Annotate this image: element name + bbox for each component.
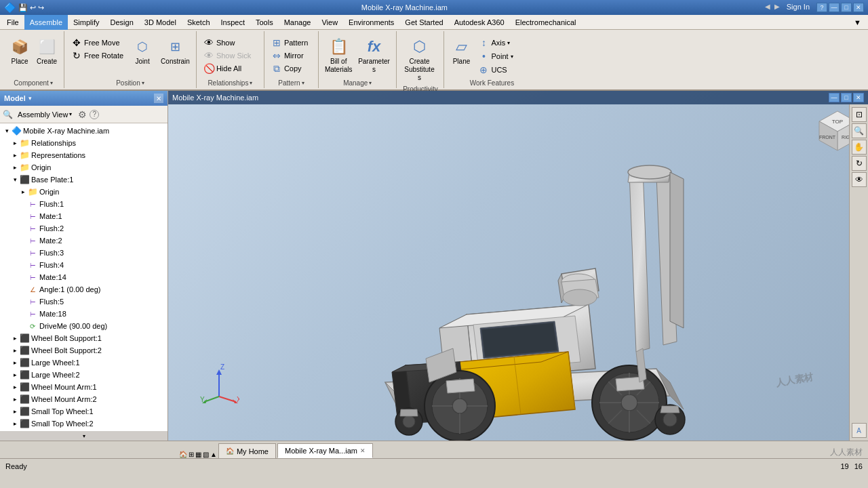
tree-relationships[interactable]: ▸ 📁 Relationships bbox=[0, 137, 167, 149]
tree-mate18[interactable]: ⊢ Mate:18 bbox=[0, 308, 167, 320]
tree-driveme[interactable]: ⟳ DriveMe (90.00 deg) bbox=[0, 320, 167, 332]
zoom-fit-btn[interactable]: ⊡ bbox=[852, 107, 867, 122]
vp-maximize-btn[interactable]: □ bbox=[841, 93, 852, 102]
pattern-group-label[interactable]: Pattern ▾ bbox=[269, 78, 314, 88]
constrain-button[interactable]: ⊞ Constrain bbox=[159, 34, 192, 68]
relationships-expand[interactable]: ▸ bbox=[11, 140, 19, 146]
menu-environments[interactable]: Environments bbox=[343, 15, 399, 30]
menu-getstarted[interactable]: Get Started bbox=[399, 15, 448, 30]
sidebar-close-btn[interactable]: ✕ bbox=[154, 94, 163, 103]
maximize-btn[interactable]: □ bbox=[841, 3, 852, 12]
help-sidebar-icon[interactable]: ? bbox=[90, 110, 99, 119]
menu-view[interactable]: View bbox=[316, 15, 343, 30]
copy-button[interactable]: ⧉ Copy bbox=[269, 62, 311, 75]
small-top-wheel-1-expand[interactable]: ▸ bbox=[11, 408, 19, 415]
component-group-label[interactable]: Component ▾ bbox=[7, 78, 60, 88]
nav-forward[interactable]: ▶ bbox=[774, 3, 780, 12]
free-move-button[interactable]: ✥ Free Move bbox=[68, 37, 126, 49]
tree-representations[interactable]: ▸ 📁 Representations bbox=[0, 149, 167, 161]
menu-electromechanical[interactable]: Electromechanical bbox=[510, 15, 582, 30]
minimize-btn[interactable]: — bbox=[829, 3, 840, 12]
menu-more[interactable]: ▼ bbox=[848, 15, 867, 30]
position-group-label[interactable]: Position ▾ bbox=[68, 78, 192, 88]
menu-file[interactable]: File bbox=[1, 15, 24, 30]
origin-expand[interactable]: ▸ bbox=[11, 164, 19, 171]
tree-mate2[interactable]: ⊢ Mate:2 bbox=[0, 235, 167, 247]
tree-large-wheel-2[interactable]: ▸ ⬛ Large Wheel:2 bbox=[0, 369, 167, 381]
viewport[interactable]: Mobile X-ray Machine.iam — □ ✕ bbox=[168, 91, 868, 441]
large-wheel-1-expand[interactable]: ▸ bbox=[11, 359, 19, 366]
small-top-wheel-2-expand[interactable]: ▸ bbox=[11, 420, 19, 427]
wheel-bolt-2-expand[interactable]: ▸ bbox=[11, 347, 19, 354]
create-button[interactable]: ⬜ Create bbox=[34, 34, 60, 68]
tree-root[interactable]: ▾ 🔷 Mobile X-ray Machine.iam bbox=[0, 125, 167, 137]
zoom-all-btn[interactable]: 🔍 bbox=[852, 123, 867, 138]
pattern-button[interactable]: ⊞ Pattern bbox=[269, 37, 311, 49]
tree-flush1[interactable]: ⊢ Flush:1 bbox=[0, 198, 167, 210]
place-button[interactable]: 📦 Place bbox=[7, 34, 33, 68]
menu-design[interactable]: Design bbox=[105, 15, 139, 30]
root-expand[interactable]: ▾ bbox=[3, 127, 11, 134]
orbit-btn[interactable]: ↻ bbox=[852, 156, 867, 171]
wheel-mount-arm-2-expand[interactable]: ▸ bbox=[11, 396, 19, 403]
show-button[interactable]: 👁 Show bbox=[201, 37, 254, 49]
base-plate-expand[interactable]: ▾ bbox=[11, 176, 19, 183]
vp-close-btn[interactable]: ✕ bbox=[853, 93, 864, 102]
help-btn[interactable]: ? bbox=[816, 3, 827, 12]
joint-button[interactable]: ⬡ Joint bbox=[129, 34, 156, 68]
tree-mate14[interactable]: ⊢ Mate:14 bbox=[0, 271, 167, 283]
tree-wheel-bolt-1[interactable]: ▸ ⬛ Wheel Bolt Support:1 bbox=[0, 332, 167, 344]
free-rotate-button[interactable]: ↻ Free Rotate bbox=[68, 49, 126, 62]
wheel-mount-arm-1-expand[interactable]: ▸ bbox=[11, 384, 19, 390]
assembly-view-dropdown[interactable]: ▾ bbox=[69, 111, 72, 117]
point-button[interactable]: • Point ▾ bbox=[475, 50, 515, 62]
tab-close-btn[interactable]: ✕ bbox=[360, 447, 366, 454]
menu-inspect[interactable]: Inspect bbox=[216, 15, 250, 30]
tree-flush4[interactable]: ⊢ Flush:4 bbox=[0, 259, 167, 271]
model-dropdown-arrow[interactable]: ▾ bbox=[28, 95, 32, 102]
menu-3dmodel[interactable]: 3D Model bbox=[139, 15, 182, 30]
sign-in-btn[interactable]: Sign In bbox=[787, 3, 810, 12]
tree-small-top-wheel-1[interactable]: ▸ ⬛ Small Top Wheel:1 bbox=[0, 405, 167, 418]
axis-dropdown[interactable]: ▾ bbox=[507, 40, 510, 46]
menu-tools[interactable]: Tools bbox=[250, 15, 279, 30]
menu-manage[interactable]: Manage bbox=[279, 15, 317, 30]
vp-minimize-btn[interactable]: — bbox=[829, 93, 840, 102]
create-substitutes-button[interactable]: ⬡ CreateSubstitutes bbox=[401, 34, 437, 84]
mirror-button[interactable]: ⇔ Mirror bbox=[269, 49, 311, 62]
ucs-button[interactable]: ⊕ UCS bbox=[475, 64, 515, 76]
nav-back[interactable]: ◀ bbox=[765, 3, 770, 12]
autodesk-logo-btn[interactable]: A bbox=[852, 423, 867, 438]
tab-my-home[interactable]: 🏠 My Home bbox=[218, 443, 276, 458]
tree-small-top-wheel-2[interactable]: ▸ ⬛ Small Top Wheel:2 bbox=[0, 418, 167, 430]
manage-group-label[interactable]: Manage ▾ bbox=[323, 78, 393, 88]
menu-sketch[interactable]: Sketch bbox=[182, 15, 216, 30]
tab-xray-machine[interactable]: Mobile X-ray Ma...iam ✕ bbox=[277, 443, 373, 458]
settings-icon[interactable]: ⚙ bbox=[78, 109, 87, 120]
relationships-group-label[interactable]: Relationships ▾ bbox=[201, 78, 260, 88]
point-dropdown[interactable]: ▾ bbox=[511, 54, 513, 60]
menu-autodesk[interactable]: Autodesk A360 bbox=[449, 15, 510, 30]
close-btn[interactable]: ✕ bbox=[853, 3, 864, 12]
tree-origin-sub[interactable]: ▸ 📁 Origin bbox=[0, 186, 167, 198]
sidebar-scroll-down[interactable]: ▾ bbox=[0, 431, 167, 441]
tree-large-wheel-1[interactable]: ▸ ⬛ Large Wheel:1 bbox=[0, 357, 167, 369]
bill-of-materials-button[interactable]: 📋 Bill ofMaterials bbox=[323, 34, 355, 76]
tree-base-plate[interactable]: ▾ ⬛ Base Plate:1 bbox=[0, 174, 167, 186]
tree-flush2[interactable]: ⊢ Flush:2 bbox=[0, 222, 167, 235]
show-sick-button[interactable]: 👁 Show Sick bbox=[201, 49, 254, 62]
axis-button[interactable]: ↕ Axis ▾ bbox=[475, 37, 515, 49]
origin-sub-expand[interactable]: ▸ bbox=[19, 188, 27, 195]
look-at-btn[interactable]: 👁 bbox=[852, 172, 867, 187]
large-wheel-2-expand[interactable]: ▸ bbox=[11, 371, 19, 378]
tree-wheel-mount-arm-2[interactable]: ▸ ⬛ Wheel Mount Arm:2 bbox=[0, 393, 167, 405]
tree-wheel-mount-arm-1[interactable]: ▸ ⬛ Wheel Mount Arm:1 bbox=[0, 381, 167, 393]
assembly-view-btn[interactable]: Assembly View ▾ bbox=[16, 110, 74, 119]
tree-mate1[interactable]: ⊢ Mate:1 bbox=[0, 210, 167, 222]
parameters-button[interactable]: fx Parameters bbox=[355, 34, 392, 76]
plane-button[interactable]: ▱ Plane bbox=[448, 34, 474, 68]
tree-origin[interactable]: ▸ 📁 Origin bbox=[0, 161, 167, 174]
tree-flush3[interactable]: ⊢ Flush:3 bbox=[0, 247, 167, 259]
menu-simplify[interactable]: Simplify bbox=[68, 15, 105, 30]
tree-angle1[interactable]: ∠ Angle:1 (0.00 deg) bbox=[0, 283, 167, 296]
